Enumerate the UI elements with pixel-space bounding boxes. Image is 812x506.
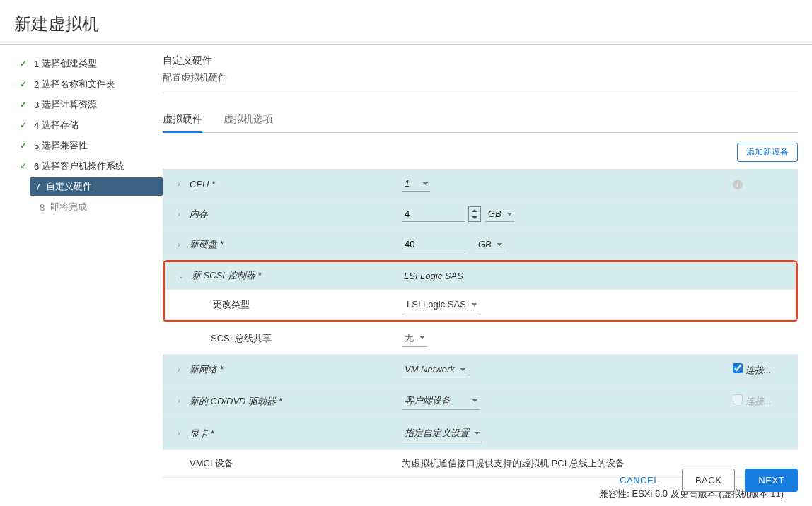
wizard-steps: ✓1选择创建类型 ✓2选择名称和文件夹 ✓3选择计算资源 ✓4选择存储 ✓5选择… xyxy=(0,45,163,500)
row-cpu: › CPU * 1 i xyxy=(163,169,798,199)
section-heading: 自定义硬件 xyxy=(163,54,798,67)
disk-unit-select[interactable]: GB xyxy=(475,237,504,252)
scsi-value: LSI Logic SAS xyxy=(404,271,463,281)
row-video-card: › 显卡 * 指定自定义设置 xyxy=(163,418,798,450)
network-select[interactable]: VM Network xyxy=(402,362,468,377)
check-icon: ✓ xyxy=(20,79,34,89)
disk-label: 新硬盘 * xyxy=(184,231,396,258)
chevron-down-icon[interactable]: ⌄ xyxy=(178,272,184,280)
video-label: 显卡 * xyxy=(184,420,396,447)
row-memory: › 内存 GB xyxy=(163,199,798,230)
vmci-label: VMCI 设备 xyxy=(184,450,396,477)
row-scsi-bus-sharing: SCSI 总线共享 无 xyxy=(163,322,798,355)
cancel-button[interactable]: CANCEL xyxy=(607,469,672,491)
check-icon: ✓ xyxy=(20,161,34,171)
tab-virtual-hardware[interactable]: 虚拟硬件 xyxy=(163,107,202,133)
scsi-bus-label: SCSI 总线共享 xyxy=(184,325,396,352)
check-icon: ✓ xyxy=(20,59,34,69)
row-new-network: › 新网络 * VM Network 连接... xyxy=(163,355,798,385)
step-2[interactable]: ✓2选择名称和文件夹 xyxy=(14,75,163,93)
chevron-right-icon[interactable]: › xyxy=(178,180,180,188)
cddvd-connect-label: 连接... xyxy=(746,396,772,406)
step-4[interactable]: ✓4选择存储 xyxy=(14,116,163,134)
vmci-desc: 为虚拟机通信接口提供支持的虚拟机 PCI 总线上的设备 xyxy=(402,457,625,470)
step-5[interactable]: ✓5选择兼容性 xyxy=(14,136,163,155)
step-1[interactable]: ✓1选择创建类型 xyxy=(14,54,163,73)
chevron-right-icon[interactable]: › xyxy=(178,430,180,437)
add-new-device-button[interactable]: 添加新设备 xyxy=(737,143,798,162)
step-3[interactable]: ✓3选择计算资源 xyxy=(14,95,163,114)
check-icon: ✓ xyxy=(20,141,34,151)
row-new-disk: › 新硬盘 * GB xyxy=(163,230,798,260)
check-icon: ✓ xyxy=(20,120,34,130)
tab-vm-options[interactable]: 虚拟机选项 xyxy=(224,107,273,132)
cpu-label: CPU * xyxy=(184,172,396,196)
hardware-table: › CPU * 1 i › 内存 GB › 新硬盘 * xyxy=(163,169,798,478)
tab-bar: 虚拟硬件 虚拟机选项 xyxy=(163,107,798,133)
back-button[interactable]: BACK xyxy=(682,469,735,492)
step-7-active[interactable]: 7 自定义硬件 xyxy=(30,177,163,196)
scsi-type-label: 更改类型 xyxy=(186,291,398,318)
network-connect-checkbox[interactable] xyxy=(733,363,743,373)
row-cddvd: › 新的 CD/DVD 驱动器 * 客户端设备 连接... xyxy=(163,385,798,418)
cddvd-connect-checkbox xyxy=(733,394,743,404)
cddvd-select[interactable]: 客户端设备 xyxy=(402,392,480,410)
section-subheading: 配置虚拟机硬件 xyxy=(163,71,798,84)
chevron-right-icon[interactable]: › xyxy=(178,397,180,405)
cddvd-label: 新的 CD/DVD 驱动器 * xyxy=(184,388,396,415)
chevron-right-icon[interactable]: › xyxy=(178,241,180,249)
cpu-select[interactable]: 1 xyxy=(402,176,430,192)
check-icon: ✓ xyxy=(20,100,34,110)
scsi-type-select[interactable]: LSI Logic SAS xyxy=(404,297,479,312)
row-scsi-change-type: 更改类型 LSI Logic SAS xyxy=(165,290,796,320)
row-scsi-controller: ⌄ 新 SCSI 控制器 * LSI Logic SAS xyxy=(165,262,796,290)
disk-size-input[interactable] xyxy=(402,237,465,252)
chevron-right-icon[interactable]: › xyxy=(178,211,180,218)
memory-label: 内存 xyxy=(184,201,396,228)
step-8: 8 即将完成 xyxy=(34,198,163,216)
step-6[interactable]: ✓6选择客户机操作系统 xyxy=(14,157,163,175)
memory-input[interactable] xyxy=(402,206,465,222)
dialog-title: 新建虚拟机 xyxy=(0,0,812,45)
memory-stepper[interactable] xyxy=(468,206,481,222)
network-label: 新网络 * xyxy=(184,356,396,383)
info-icon[interactable]: i xyxy=(733,180,743,189)
next-button[interactable]: NEXT xyxy=(745,469,798,492)
video-select[interactable]: 指定自定义设置 xyxy=(402,425,482,442)
scsi-label: 新 SCSI 控制器 * xyxy=(186,262,398,289)
chevron-right-icon[interactable]: › xyxy=(178,366,180,374)
memory-unit-select[interactable]: GB xyxy=(485,206,514,222)
scsi-bus-select[interactable]: 无 xyxy=(402,329,427,347)
network-connect-label: 连接... xyxy=(746,365,772,375)
